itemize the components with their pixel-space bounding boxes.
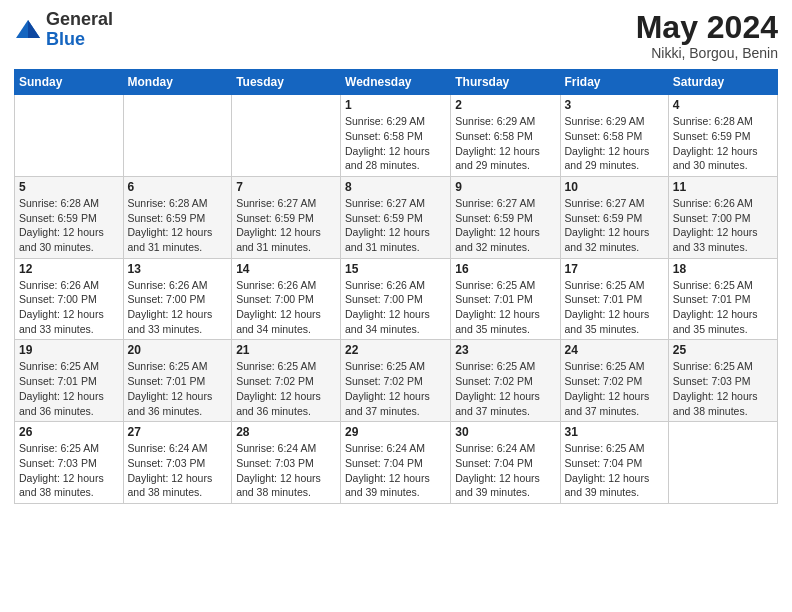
day-cell: 4Sunrise: 6:28 AM Sunset: 6:59 PM Daylig… xyxy=(668,95,777,177)
day-number: 27 xyxy=(128,425,228,439)
weekday-header-sunday: Sunday xyxy=(15,70,124,95)
day-cell: 29Sunrise: 6:24 AM Sunset: 7:04 PM Dayli… xyxy=(341,422,451,504)
day-cell: 21Sunrise: 6:25 AM Sunset: 7:02 PM Dayli… xyxy=(232,340,341,422)
day-number: 25 xyxy=(673,343,773,357)
day-info: Sunrise: 6:28 AM Sunset: 6:59 PM Dayligh… xyxy=(128,197,213,253)
day-cell xyxy=(668,422,777,504)
day-cell: 15Sunrise: 6:26 AM Sunset: 7:00 PM Dayli… xyxy=(341,258,451,340)
weekday-header-saturday: Saturday xyxy=(668,70,777,95)
day-info: Sunrise: 6:25 AM Sunset: 7:01 PM Dayligh… xyxy=(19,360,104,416)
day-number: 1 xyxy=(345,98,446,112)
day-cell: 16Sunrise: 6:25 AM Sunset: 7:01 PM Dayli… xyxy=(451,258,560,340)
day-info: Sunrise: 6:26 AM Sunset: 7:00 PM Dayligh… xyxy=(345,279,430,335)
title-block: May 2024 Nikki, Borgou, Benin xyxy=(636,10,778,61)
month-title: May 2024 xyxy=(636,10,778,45)
day-number: 20 xyxy=(128,343,228,357)
day-info: Sunrise: 6:27 AM Sunset: 6:59 PM Dayligh… xyxy=(455,197,540,253)
day-number: 26 xyxy=(19,425,119,439)
day-info: Sunrise: 6:26 AM Sunset: 7:00 PM Dayligh… xyxy=(673,197,758,253)
weekday-header-wednesday: Wednesday xyxy=(341,70,451,95)
day-info: Sunrise: 6:24 AM Sunset: 7:04 PM Dayligh… xyxy=(345,442,430,498)
day-number: 3 xyxy=(565,98,664,112)
day-number: 19 xyxy=(19,343,119,357)
location: Nikki, Borgou, Benin xyxy=(636,45,778,61)
day-cell: 12Sunrise: 6:26 AM Sunset: 7:00 PM Dayli… xyxy=(15,258,124,340)
week-row-3: 12Sunrise: 6:26 AM Sunset: 7:00 PM Dayli… xyxy=(15,258,778,340)
week-row-5: 26Sunrise: 6:25 AM Sunset: 7:03 PM Dayli… xyxy=(15,422,778,504)
day-info: Sunrise: 6:28 AM Sunset: 6:59 PM Dayligh… xyxy=(673,115,758,171)
day-number: 11 xyxy=(673,180,773,194)
weekday-header-friday: Friday xyxy=(560,70,668,95)
day-info: Sunrise: 6:25 AM Sunset: 7:01 PM Dayligh… xyxy=(128,360,213,416)
day-cell: 24Sunrise: 6:25 AM Sunset: 7:02 PM Dayli… xyxy=(560,340,668,422)
day-cell: 14Sunrise: 6:26 AM Sunset: 7:00 PM Dayli… xyxy=(232,258,341,340)
day-number: 28 xyxy=(236,425,336,439)
day-number: 21 xyxy=(236,343,336,357)
day-cell: 28Sunrise: 6:24 AM Sunset: 7:03 PM Dayli… xyxy=(232,422,341,504)
page: General Blue May 2024 Nikki, Borgou, Ben… xyxy=(0,0,792,612)
day-info: Sunrise: 6:25 AM Sunset: 7:01 PM Dayligh… xyxy=(673,279,758,335)
calendar: SundayMondayTuesdayWednesdayThursdayFrid… xyxy=(14,69,778,504)
day-number: 8 xyxy=(345,180,446,194)
header: General Blue May 2024 Nikki, Borgou, Ben… xyxy=(14,10,778,61)
day-info: Sunrise: 6:25 AM Sunset: 7:01 PM Dayligh… xyxy=(565,279,650,335)
day-cell: 19Sunrise: 6:25 AM Sunset: 7:01 PM Dayli… xyxy=(15,340,124,422)
day-cell xyxy=(232,95,341,177)
day-cell: 6Sunrise: 6:28 AM Sunset: 6:59 PM Daylig… xyxy=(123,176,232,258)
day-number: 9 xyxy=(455,180,555,194)
day-cell: 9Sunrise: 6:27 AM Sunset: 6:59 PM Daylig… xyxy=(451,176,560,258)
day-cell: 20Sunrise: 6:25 AM Sunset: 7:01 PM Dayli… xyxy=(123,340,232,422)
day-number: 24 xyxy=(565,343,664,357)
day-number: 16 xyxy=(455,262,555,276)
weekday-header-tuesday: Tuesday xyxy=(232,70,341,95)
day-info: Sunrise: 6:27 AM Sunset: 6:59 PM Dayligh… xyxy=(236,197,321,253)
day-cell: 25Sunrise: 6:25 AM Sunset: 7:03 PM Dayli… xyxy=(668,340,777,422)
day-info: Sunrise: 6:28 AM Sunset: 6:59 PM Dayligh… xyxy=(19,197,104,253)
day-cell: 30Sunrise: 6:24 AM Sunset: 7:04 PM Dayli… xyxy=(451,422,560,504)
day-cell: 18Sunrise: 6:25 AM Sunset: 7:01 PM Dayli… xyxy=(668,258,777,340)
logo-blue: Blue xyxy=(46,29,85,49)
day-cell: 3Sunrise: 6:29 AM Sunset: 6:58 PM Daylig… xyxy=(560,95,668,177)
day-number: 6 xyxy=(128,180,228,194)
day-number: 2 xyxy=(455,98,555,112)
day-info: Sunrise: 6:25 AM Sunset: 7:02 PM Dayligh… xyxy=(565,360,650,416)
logo-general: General xyxy=(46,9,113,29)
day-number: 4 xyxy=(673,98,773,112)
day-cell: 2Sunrise: 6:29 AM Sunset: 6:58 PM Daylig… xyxy=(451,95,560,177)
day-info: Sunrise: 6:26 AM Sunset: 7:00 PM Dayligh… xyxy=(236,279,321,335)
day-info: Sunrise: 6:25 AM Sunset: 7:02 PM Dayligh… xyxy=(236,360,321,416)
logo: General Blue xyxy=(14,10,113,50)
week-row-1: 1Sunrise: 6:29 AM Sunset: 6:58 PM Daylig… xyxy=(15,95,778,177)
day-info: Sunrise: 6:29 AM Sunset: 6:58 PM Dayligh… xyxy=(345,115,430,171)
day-info: Sunrise: 6:27 AM Sunset: 6:59 PM Dayligh… xyxy=(345,197,430,253)
day-info: Sunrise: 6:29 AM Sunset: 6:58 PM Dayligh… xyxy=(565,115,650,171)
day-number: 30 xyxy=(455,425,555,439)
logo-icon xyxy=(14,16,42,44)
day-info: Sunrise: 6:25 AM Sunset: 7:02 PM Dayligh… xyxy=(345,360,430,416)
day-cell: 11Sunrise: 6:26 AM Sunset: 7:00 PM Dayli… xyxy=(668,176,777,258)
day-cell: 22Sunrise: 6:25 AM Sunset: 7:02 PM Dayli… xyxy=(341,340,451,422)
day-number: 18 xyxy=(673,262,773,276)
day-info: Sunrise: 6:25 AM Sunset: 7:04 PM Dayligh… xyxy=(565,442,650,498)
day-cell: 31Sunrise: 6:25 AM Sunset: 7:04 PM Dayli… xyxy=(560,422,668,504)
day-cell: 26Sunrise: 6:25 AM Sunset: 7:03 PM Dayli… xyxy=(15,422,124,504)
day-number: 5 xyxy=(19,180,119,194)
day-info: Sunrise: 6:26 AM Sunset: 7:00 PM Dayligh… xyxy=(19,279,104,335)
day-cell: 13Sunrise: 6:26 AM Sunset: 7:00 PM Dayli… xyxy=(123,258,232,340)
day-cell: 1Sunrise: 6:29 AM Sunset: 6:58 PM Daylig… xyxy=(341,95,451,177)
week-row-4: 19Sunrise: 6:25 AM Sunset: 7:01 PM Dayli… xyxy=(15,340,778,422)
day-info: Sunrise: 6:25 AM Sunset: 7:03 PM Dayligh… xyxy=(19,442,104,498)
day-info: Sunrise: 6:24 AM Sunset: 7:03 PM Dayligh… xyxy=(236,442,321,498)
day-number: 13 xyxy=(128,262,228,276)
day-number: 17 xyxy=(565,262,664,276)
day-number: 10 xyxy=(565,180,664,194)
day-info: Sunrise: 6:26 AM Sunset: 7:00 PM Dayligh… xyxy=(128,279,213,335)
day-cell: 23Sunrise: 6:25 AM Sunset: 7:02 PM Dayli… xyxy=(451,340,560,422)
day-number: 22 xyxy=(345,343,446,357)
weekday-header-monday: Monday xyxy=(123,70,232,95)
day-cell xyxy=(15,95,124,177)
day-number: 12 xyxy=(19,262,119,276)
day-cell: 7Sunrise: 6:27 AM Sunset: 6:59 PM Daylig… xyxy=(232,176,341,258)
day-info: Sunrise: 6:24 AM Sunset: 7:04 PM Dayligh… xyxy=(455,442,540,498)
day-info: Sunrise: 6:25 AM Sunset: 7:03 PM Dayligh… xyxy=(673,360,758,416)
